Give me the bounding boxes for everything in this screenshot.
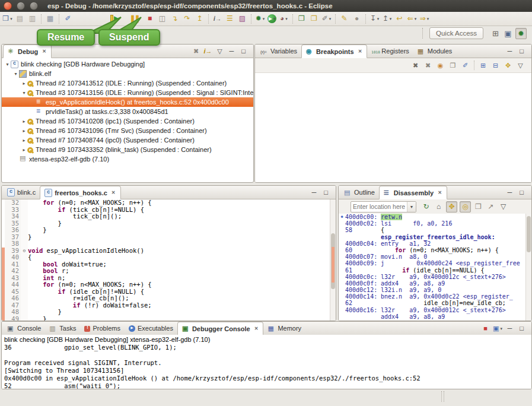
display-selected-console-icon-caret[interactable]: ▾ (500, 323, 502, 334)
tab-registers[interactable]: Registers (367, 45, 413, 58)
next-annotation-icon[interactable]: ↧▾ (369, 14, 380, 24)
tab-freertos-hooks-c[interactable]: freertos_hooks.c✕ (40, 186, 120, 199)
code-editor[interactable]: 32 for (n=0; n<MAX_HOOKS; n++) {33 if (t… (2, 199, 330, 321)
home-icon[interactable]: ⌂ (434, 202, 444, 212)
fold-collapse-icon[interactable]: ⊖ (21, 248, 28, 255)
step-over-icon[interactable]: ↷ (182, 14, 192, 24)
refresh-icon[interactable]: ↻ (421, 202, 431, 212)
tab-variables[interactable]: Variables (256, 45, 301, 58)
expand-all-icon[interactable]: ⊞ (478, 61, 488, 71)
back-icon[interactable]: ⇐▾ (407, 14, 417, 24)
open-resource-icon[interactable]: ❐ (309, 14, 319, 24)
maximize-icon[interactable]: □ (517, 188, 526, 198)
tab-console[interactable]: Console (3, 322, 45, 335)
close-tab-icon[interactable]: ✕ (111, 189, 116, 196)
step-return-icon[interactable]: ↥ (195, 14, 205, 24)
close-tab-icon[interactable]: ✕ (437, 189, 442, 196)
new-wizard-icon[interactable]: ❒▾ (2, 14, 12, 24)
previous-annotation-icon[interactable]: ↥▾ (382, 14, 392, 24)
coverage-icon-caret[interactable]: ▾ (285, 14, 288, 24)
remove-breakpoint-icon[interactable]: ✖ (410, 61, 420, 71)
debug-tree-item[interactable]: ▸Thread #5 1073410208 (ipc1) (Suspended … (2, 116, 253, 126)
previous-annotation-icon-caret[interactable]: ▾ (390, 14, 392, 24)
terminate-icon[interactable]: ■ (145, 14, 155, 24)
remove-all-terminated-icon[interactable]: ✖ (192, 46, 200, 56)
track-expression-icon[interactable]: ◎ (460, 201, 471, 212)
debug-tree-item[interactable]: esp_vApplicationIdleHook() at freertos_h… (2, 97, 253, 107)
debug-tree-item[interactable]: xtensa-esp32-elf-gdb (7.10) (2, 154, 253, 164)
tab-breakpoints[interactable]: Breakpoints✕ (301, 45, 367, 58)
debug-icon-caret[interactable]: ▾ (263, 14, 265, 24)
collapse-all-icon[interactable]: ⊟ (490, 61, 501, 71)
skip-all-breakpoints-icon[interactable]: ✐ (460, 61, 470, 71)
new-wizard-icon-caret[interactable]: ▾ (10, 14, 12, 24)
next-annotation-icon-caret[interactable]: ▾ (377, 14, 380, 24)
show-source-icon[interactable]: ✥ (446, 201, 457, 212)
debug-tree-item[interactable]: ▸Thread #7 1073408744 (ipc0) (Suspended … (2, 135, 253, 145)
maximize-icon[interactable]: □ (517, 323, 526, 334)
debug-thread-tree[interactable]: ▾blink checking [GDB Hardware Debugging]… (2, 58, 253, 182)
step-into-icon[interactable]: ↴ (170, 14, 180, 24)
debug-tree-item[interactable]: ▾blink checking [GDB Hardware Debugging] (2, 59, 253, 69)
go-to-file-for-breakpoint-icon[interactable]: ❐ (448, 61, 458, 71)
open-perspective-icon[interactable]: ⊞ (490, 28, 501, 39)
tab-disassembly[interactable]: Disassembly✕ (379, 186, 447, 199)
coverage-icon[interactable]: ◕▾ (279, 14, 289, 24)
debug-perspective-icon[interactable]: ✹ (515, 28, 527, 39)
window-maximize-button[interactable] (30, 2, 38, 10)
disassembly-listing[interactable]: ◆400d0c00:retw.n400d0c02:lsi f0, a0, 216… (339, 214, 526, 321)
skip-all-breakpoints-icon[interactable]: ✐ (63, 14, 73, 24)
forward-icon[interactable]: ⇒▾ (419, 14, 429, 24)
annotation-icon[interactable]: ● (352, 14, 362, 24)
tab-debugger-console[interactable]: Debugger Console✕ (177, 322, 264, 335)
copy-to-editor-icon[interactable]: ↗ (486, 202, 496, 212)
tab-memory[interactable]: Memory (263, 322, 305, 335)
minimize-icon[interactable]: ─ (310, 188, 318, 198)
maximize-icon[interactable]: □ (239, 46, 248, 56)
display-selected-console-icon[interactable]: ▣▾ (493, 323, 502, 334)
tab-executables[interactable]: Executables (125, 322, 177, 335)
tab-tasks[interactable]: Tasks (45, 322, 80, 335)
minimize-icon[interactable]: ─ (227, 46, 236, 56)
minimize-icon[interactable]: ─ (505, 46, 514, 56)
tab-blink-c[interactable]: blink.c (3, 186, 40, 199)
debug-tree-item[interactable]: ▸Thread #9 1073433352 (blink_task) (Susp… (2, 145, 253, 154)
view-menu-icon[interactable]: ▽ (515, 61, 525, 71)
disconnect-icon[interactable]: ◫ (157, 14, 167, 24)
expand-arrow-icon[interactable]: ▸ (21, 147, 27, 153)
forward-icon-caret[interactable]: ▾ (427, 14, 429, 24)
close-tab-icon[interactable]: ✕ (254, 325, 259, 332)
disassembly-scrollbar[interactable] (525, 214, 531, 321)
expand-arrow-icon[interactable]: ▸ (21, 81, 27, 86)
minimize-icon[interactable]: ─ (505, 323, 514, 334)
trace-icon[interactable]: ▨ (237, 14, 247, 24)
collapse-arrow-icon[interactable]: ▾ (12, 71, 19, 77)
maximize-icon[interactable]: □ (517, 46, 526, 56)
debug-tree-item[interactable]: prvIdleTask() at tasks.c:3,338 0x400845d… (2, 107, 253, 116)
suspend-icon[interactable]: ❚❚ (129, 14, 139, 24)
back-icon-caret[interactable]: ▾ (415, 14, 417, 24)
collapse-arrow-icon[interactable]: ▾ (4, 62, 11, 67)
run-icon-caret[interactable]: ▾ (273, 14, 276, 24)
minimize-icon[interactable]: ─ (505, 188, 514, 198)
instruction-stepping-icon[interactable]: i→ (212, 14, 222, 24)
resume-icon[interactable]: ▶ (110, 14, 120, 24)
view-menu-icon[interactable]: ▽ (215, 46, 224, 56)
save-icon[interactable]: ▤ (15, 14, 25, 24)
debug-icon[interactable]: ✹▾ (255, 14, 265, 24)
close-tab-icon[interactable]: ✕ (42, 48, 47, 55)
link-with-debug-view-icon[interactable]: ✥ (503, 61, 513, 71)
location-input[interactable] (351, 203, 407, 210)
tab-problems[interactable]: Problems (80, 322, 124, 335)
search-icon-caret[interactable]: ▾ (329, 14, 332, 24)
mark-occurrences-icon[interactable]: ✎ (339, 14, 349, 24)
open-new-view-icon[interactable]: ❐ (473, 202, 483, 212)
breakpoints-list[interactable] (255, 73, 531, 182)
tab-debug[interactable]: Debug✕ (3, 45, 52, 58)
expand-arrow-icon[interactable]: ▸ (21, 128, 27, 134)
open-element-icon[interactable]: ❐ (297, 14, 307, 24)
run-icon[interactable]: ▶▾ (267, 14, 276, 23)
expand-arrow-icon[interactable]: ▸ (21, 119, 27, 124)
show-breakpoints-for-selected-icon[interactable]: ◉ (435, 61, 445, 71)
expand-arrow-icon[interactable]: ▸ (21, 138, 27, 143)
